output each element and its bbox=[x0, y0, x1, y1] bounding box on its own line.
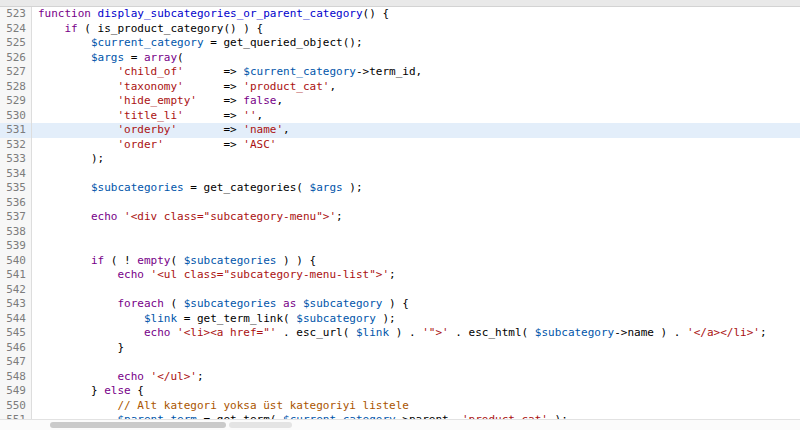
code-line[interactable]: 538 bbox=[0, 225, 800, 240]
line-number[interactable]: 533 bbox=[0, 152, 32, 167]
line-number[interactable]: 542 bbox=[0, 283, 32, 298]
code-line[interactable]: 542 bbox=[0, 283, 800, 298]
line-number[interactable]: 546 bbox=[0, 341, 32, 356]
line-number[interactable]: 534 bbox=[0, 167, 32, 182]
code-content: } else { bbox=[32, 384, 144, 399]
line-number[interactable]: 526 bbox=[0, 51, 32, 66]
horizontal-scrollbar-thumb-secondary[interactable] bbox=[229, 422, 292, 428]
code-content: if ( ! empty( $subcategories ) ) { bbox=[32, 254, 316, 269]
window-chrome-top bbox=[0, 0, 800, 7]
code-line[interactable]: 527 'child_of' => $current_category->ter… bbox=[0, 65, 800, 80]
code-line[interactable]: 532 'order' => 'ASC' bbox=[0, 138, 800, 153]
line-number[interactable]: 532 bbox=[0, 138, 32, 153]
line-number[interactable]: 543 bbox=[0, 297, 32, 312]
code-line[interactable]: 550 // Alt kategori yoksa üst kategoriyi… bbox=[0, 399, 800, 414]
line-number[interactable]: 547 bbox=[0, 355, 32, 370]
code-line[interactable]: 534 bbox=[0, 167, 800, 182]
code-content: 'child_of' => $current_category->term_id… bbox=[32, 65, 422, 80]
code-line[interactable]: 530 'title_li' => '', bbox=[0, 109, 800, 124]
horizontal-scrollbar-thumb[interactable] bbox=[50, 422, 226, 428]
code-content: $current_category = get_queried_object()… bbox=[32, 36, 363, 51]
code-line[interactable]: 535 $subcategories = get_categories( $ar… bbox=[0, 181, 800, 196]
code-line[interactable]: 528 'taxonomy' => 'product_cat', bbox=[0, 80, 800, 95]
code-content bbox=[32, 355, 38, 370]
line-number[interactable]: 531 bbox=[0, 123, 32, 138]
line-number[interactable]: 550 bbox=[0, 399, 32, 414]
line-number[interactable]: 540 bbox=[0, 254, 32, 269]
code-content: echo '</ul>'; bbox=[32, 370, 204, 385]
line-number[interactable]: 523 bbox=[0, 7, 32, 22]
code-content: // Alt kategori yoksa üst kategoriyi lis… bbox=[32, 399, 409, 414]
line-number[interactable]: 528 bbox=[0, 80, 32, 95]
code-line[interactable]: 543 foreach ( $subcategories as $subcate… bbox=[0, 297, 800, 312]
code-line[interactable]: 547 bbox=[0, 355, 800, 370]
code-content: $subcategories = get_categories( $args )… bbox=[32, 181, 363, 196]
code-content: ); bbox=[32, 152, 104, 167]
code-area: 523function display_subcategories_or_par… bbox=[0, 7, 800, 428]
code-content: } bbox=[32, 341, 124, 356]
code-content: $args = array( bbox=[32, 51, 184, 66]
code-line[interactable]: 525 $current_category = get_queried_obje… bbox=[0, 36, 800, 51]
code-content: function display_subcategories_or_parent… bbox=[32, 7, 389, 22]
line-number[interactable]: 524 bbox=[0, 22, 32, 37]
line-number[interactable]: 539 bbox=[0, 239, 32, 254]
line-number[interactable]: 536 bbox=[0, 196, 32, 211]
code-content: echo '<li><a href="' . esc_url( $link ) … bbox=[32, 326, 767, 341]
code-content bbox=[32, 225, 38, 240]
code-line[interactable]: 524 if ( is_product_category() ) { bbox=[0, 22, 800, 37]
code-line[interactable]: 541 echo '<ul class="subcategory-menu-li… bbox=[0, 268, 800, 283]
code-content: 'title_li' => '', bbox=[32, 109, 263, 124]
editor-window: 523function display_subcategories_or_par… bbox=[0, 0, 800, 430]
code-content: echo '<div class="subcategory-menu">'; bbox=[32, 210, 343, 225]
code-content bbox=[32, 167, 38, 182]
code-line[interactable]: 533 ); bbox=[0, 152, 800, 167]
code-content bbox=[32, 196, 38, 211]
code-line[interactable]: 549 } else { bbox=[0, 384, 800, 399]
line-number[interactable]: 549 bbox=[0, 384, 32, 399]
code-line[interactable]: 539 bbox=[0, 239, 800, 254]
line-number[interactable]: 548 bbox=[0, 370, 32, 385]
code-content bbox=[32, 239, 38, 254]
horizontal-scrollbar[interactable] bbox=[0, 419, 800, 430]
code-content: echo '<ul class="subcategory-menu-list">… bbox=[32, 268, 396, 283]
code-content: 'hide_empty' => false, bbox=[32, 94, 283, 109]
code-content: $link = get_term_link( $subcategory ); bbox=[32, 312, 396, 327]
line-number[interactable]: 527 bbox=[0, 65, 32, 80]
line-number[interactable]: 535 bbox=[0, 181, 32, 196]
line-number[interactable]: 541 bbox=[0, 268, 32, 283]
code-line[interactable]: 545 echo '<li><a href="' . esc_url( $lin… bbox=[0, 326, 800, 341]
code-content bbox=[32, 283, 38, 298]
code-line[interactable]: 548 echo '</ul>'; bbox=[0, 370, 800, 385]
code-content: 'order' => 'ASC' bbox=[32, 138, 276, 153]
code-line[interactable]: 536 bbox=[0, 196, 800, 211]
line-number[interactable]: 529 bbox=[0, 94, 32, 109]
code-line[interactable]: 529 'hide_empty' => false, bbox=[0, 94, 800, 109]
line-number[interactable]: 538 bbox=[0, 225, 32, 240]
code-line[interactable]: 546 } bbox=[0, 341, 800, 356]
code-line[interactable]: 544 $link = get_term_link( $subcategory … bbox=[0, 312, 800, 327]
line-number[interactable]: 544 bbox=[0, 312, 32, 327]
code-line-active[interactable]: 531 'orderby' => 'name', bbox=[0, 123, 800, 138]
code-line[interactable]: 540 if ( ! empty( $subcategories ) ) { bbox=[0, 254, 800, 269]
code-line[interactable]: 537 echo '<div class="subcategory-menu">… bbox=[0, 210, 800, 225]
code-content: 'orderby' => 'name', bbox=[32, 123, 290, 138]
code-content: 'taxonomy' => 'product_cat', bbox=[32, 80, 336, 95]
line-number[interactable]: 545 bbox=[0, 326, 32, 341]
line-number[interactable]: 537 bbox=[0, 210, 32, 225]
code-content: foreach ( $subcategories as $subcategory… bbox=[32, 297, 409, 312]
code-content: if ( is_product_category() ) { bbox=[32, 22, 263, 37]
line-number[interactable]: 530 bbox=[0, 109, 32, 124]
code-line[interactable]: 526 $args = array( bbox=[0, 51, 800, 66]
code-editor[interactable]: 523function display_subcategories_or_par… bbox=[0, 7, 800, 430]
code-line[interactable]: 523function display_subcategories_or_par… bbox=[0, 7, 800, 22]
line-number[interactable]: 525 bbox=[0, 36, 32, 51]
